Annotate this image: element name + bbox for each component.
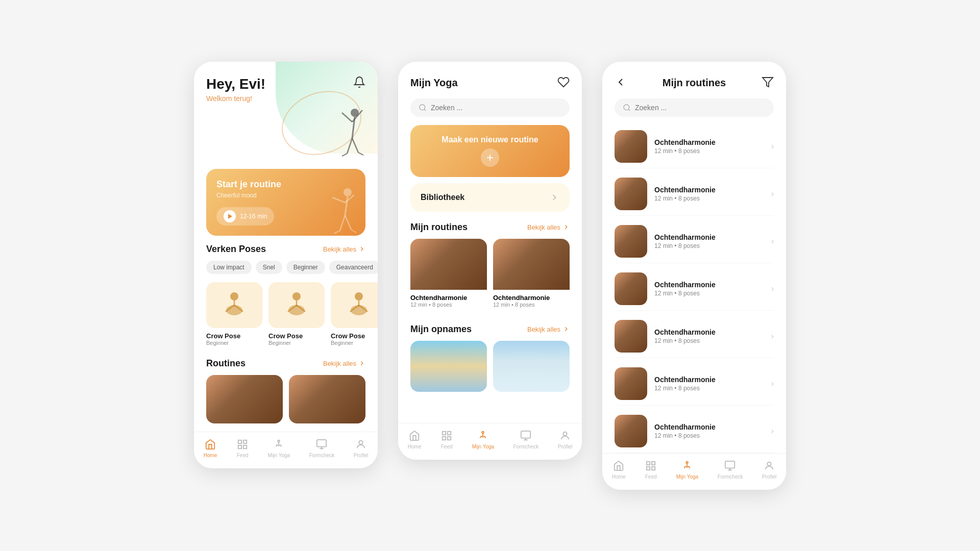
mijn-opnames-see-all[interactable]: Bekijk alles <box>527 325 570 333</box>
home-icon-1 <box>204 438 216 450</box>
routine-grid-card-1[interactable]: Ochtendharmonie 12 min • 8 poses <box>410 239 487 312</box>
nav-home-label-2: Home <box>408 444 422 449</box>
nav-yoga-1[interactable]: Mijn Yoga <box>268 438 290 458</box>
svg-rect-41 <box>448 431 451 434</box>
opnames-grid <box>398 341 582 392</box>
nav-feed-2[interactable]: Feed <box>440 430 453 449</box>
new-routine-button[interactable]: Maak een nieuwe routine + <box>410 125 570 177</box>
routines-see-all[interactable]: Bekijk alles <box>323 360 365 367</box>
pose-img-1 <box>206 282 262 328</box>
list-item-7[interactable]: Ochtendharmonie 12 min • 8 poses › <box>615 410 774 453</box>
nav-yoga-label-3: Mijn Yoga <box>676 474 698 480</box>
start-routine-card[interactable]: Start je routine Cheerful mood 12-16 min <box>206 169 365 236</box>
bell-icon[interactable] <box>353 76 365 90</box>
svg-line-2 <box>342 113 352 122</box>
search-input-3[interactable] <box>635 104 766 112</box>
search-bar-2[interactable] <box>410 98 570 117</box>
filter-icon-3[interactable] <box>762 76 774 90</box>
svg-point-37 <box>359 440 362 444</box>
nav-profile-2[interactable]: Profiel <box>558 430 572 449</box>
bibliotheek-chevron-icon <box>549 192 559 203</box>
yoga-icon-2 <box>477 430 489 442</box>
bibliotheek-button[interactable]: Bibliotheek <box>410 183 570 212</box>
nav-form-3[interactable]: Formcheck <box>718 460 743 480</box>
list-item-1[interactable]: Ochtendharmonie 12 min • 8 poses › <box>615 125 774 168</box>
list-thumb-1 <box>615 130 647 163</box>
feed-icon-3 <box>645 460 657 472</box>
svg-rect-45 <box>521 431 530 438</box>
chip-snel[interactable]: Snel <box>256 261 282 274</box>
list-item-4[interactable]: Ochtendharmonie 12 min • 8 poses › <box>615 267 774 311</box>
nav-profile-1[interactable]: Profiel <box>354 438 368 458</box>
svg-rect-42 <box>448 436 451 439</box>
nav-profile-3[interactable]: Profiel <box>762 460 776 480</box>
nav-yoga-2[interactable]: Mijn Yoga <box>472 430 494 449</box>
svg-line-9 <box>345 196 348 215</box>
svg-line-5 <box>352 138 358 153</box>
screen2-title: Mijn Yoga <box>410 77 458 89</box>
home-screen: Hey, Evi! Welkom terug! <box>194 62 378 468</box>
opname-card-2[interactable] <box>493 341 570 392</box>
heart-icon-2[interactable] <box>557 76 570 90</box>
pose-level-3: Beginner <box>331 340 378 346</box>
chip-geavanceerd[interactable]: Geavanceerd <box>329 261 378 274</box>
routine-grid-img-1 <box>410 239 487 290</box>
list-item-3[interactable]: Ochtendharmonie 12 min • 8 poses › <box>615 220 774 263</box>
pose-card-1[interactable]: Crow Pose Beginner <box>206 282 262 346</box>
list-item-5[interactable]: Ochtendharmonie 12 min • 8 poses › <box>615 315 774 358</box>
list-chevron-7: › <box>771 427 774 436</box>
nav-feed-label-1: Feed <box>237 453 249 458</box>
nav-feed-3[interactable]: Feed <box>645 460 657 480</box>
pose-card-3[interactable]: Crow Pose Beginner <box>331 282 378 346</box>
opname-card-1[interactable] <box>410 341 487 392</box>
nav-yoga-3[interactable]: Mijn Yoga <box>676 460 698 480</box>
routine-card-figure <box>314 185 360 236</box>
list-item-2[interactable]: Ochtendharmonie 12 min • 8 poses › <box>615 172 774 216</box>
greeting-section: Hey, Evi! Welkom terug! <box>206 76 365 103</box>
nav-home-2[interactable]: Home <box>408 430 422 449</box>
svg-line-49 <box>628 109 630 111</box>
nav-home-1[interactable]: Home <box>204 438 217 458</box>
routine-thumb-img-1 <box>206 375 283 423</box>
list-chevron-2: › <box>771 189 774 198</box>
chip-beginner[interactable]: Beginner <box>286 261 325 274</box>
svg-rect-36 <box>317 439 326 446</box>
routine-grid-card-2[interactable]: Ochtendharmonie 12 min • 8 poses <box>493 239 570 312</box>
list-item-6[interactable]: Ochtendharmonie 12 min • 8 poses › <box>615 362 774 406</box>
chip-low-impact[interactable]: Low impact <box>206 261 252 274</box>
nav-feed-label-3: Feed <box>645 474 657 480</box>
verken-poses-see-all[interactable]: Bekijk alles <box>323 245 365 253</box>
search-bar-3[interactable] <box>615 98 774 117</box>
list-chevron-6: › <box>771 379 774 388</box>
mijn-opnames-title: Mijn opnames <box>410 324 472 335</box>
svg-point-16 <box>230 292 238 300</box>
svg-line-12 <box>340 215 345 231</box>
nav-form-label-2: Formcheck <box>513 444 538 449</box>
search-input-2[interactable] <box>431 104 561 112</box>
routine-thumb-1[interactable] <box>206 375 283 423</box>
pose-card-2[interactable]: Crow Pose Beginner <box>268 282 325 346</box>
nav-form-2[interactable]: Formcheck <box>513 430 538 449</box>
svg-line-39 <box>424 109 426 111</box>
nav-form-1[interactable]: Formcheck <box>309 438 334 458</box>
list-thumb-7 <box>615 415 647 447</box>
svg-rect-34 <box>238 445 241 448</box>
nav-feed-1[interactable]: Feed <box>236 438 249 458</box>
nav-home-3[interactable]: Home <box>612 460 626 480</box>
poses-scroll-container: Crow Pose Beginner Crow Pose Beginner <box>194 282 378 346</box>
play-button[interactable]: 12-16 min <box>216 207 274 226</box>
mijn-yoga-screen: Mijn Yoga Maak een nieuwe routine + Bibl… <box>398 62 582 460</box>
mijn-routines-see-all-2[interactable]: Bekijk alles <box>527 223 570 231</box>
svg-rect-51 <box>652 461 655 464</box>
routine-thumb-2[interactable] <box>289 375 365 423</box>
yoga-icon-3 <box>681 460 693 472</box>
search-icon-2 <box>419 104 427 112</box>
search-icon-3 <box>623 104 631 112</box>
svg-point-44 <box>482 431 484 433</box>
formcheck-icon-2 <box>520 430 532 442</box>
svg-rect-52 <box>652 466 655 469</box>
svg-rect-33 <box>243 445 247 448</box>
back-icon-3[interactable] <box>615 76 627 90</box>
list-info-1: Ochtendharmonie 12 min • 8 poses <box>654 138 764 155</box>
pose-level-1: Beginner <box>206 340 262 346</box>
